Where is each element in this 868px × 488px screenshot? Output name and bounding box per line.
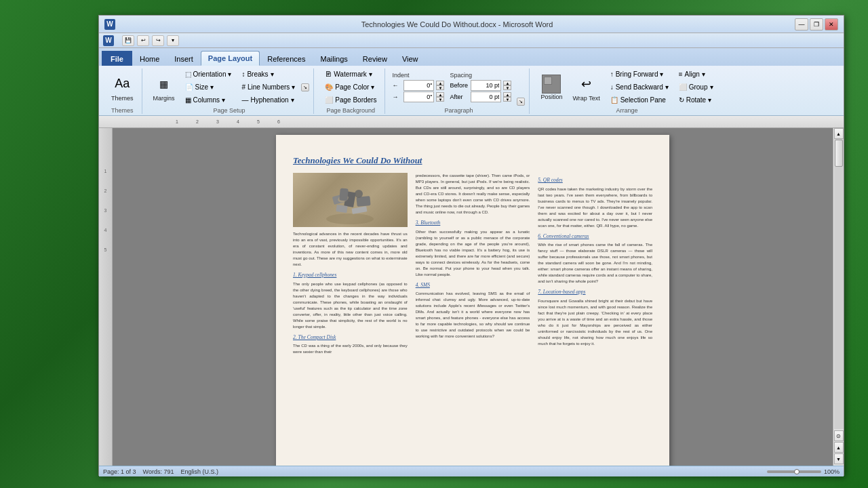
spacing-after-label: After	[450, 94, 469, 100]
column-left: Technological advances in the recent dec…	[293, 173, 408, 466]
zoom-slider[interactable]	[767, 470, 821, 473]
prev-page-button[interactable]: ▲	[834, 442, 844, 453]
col2-section4-text: Communication has evolved, leaving SMS a…	[416, 291, 530, 340]
zoom-thumb[interactable]	[794, 469, 800, 474]
page-borders-label: Page Borders	[335, 96, 376, 104]
tab-review[interactable]: Review	[355, 51, 395, 66]
position-button[interactable]: Position	[536, 72, 566, 103]
group-arrow: ▾	[710, 83, 713, 91]
columns-icon: ▦	[185, 96, 191, 104]
margins-button[interactable]: ▦ Margins	[149, 70, 179, 104]
page-background-group: 🖹 Watermark ▾ 🎨 Page Color ▾ ⬜ Page Bord…	[317, 68, 385, 114]
indent-left-down[interactable]: ▼	[436, 85, 444, 90]
tab-file[interactable]: File	[102, 51, 132, 66]
vertical-scrollbar[interactable]: ▲ ⊙ ▲ ▼	[833, 128, 844, 466]
hyphenation-button[interactable]: — Hyphenation ▾	[237, 94, 299, 106]
save-button[interactable]: 💾	[122, 35, 134, 46]
page-color-icon: 🎨	[325, 83, 333, 91]
size-button[interactable]: 📄 Size ▾	[181, 81, 236, 93]
indent-label: Indent	[392, 72, 444, 79]
line-numbers-label: Line Numbers	[248, 83, 290, 91]
rotate-button[interactable]: ↻ Rotate ▾	[675, 94, 717, 106]
col3-section5-text: QR codes have taken the marketing indust…	[538, 186, 652, 229]
watermark-button[interactable]: 🖹 Watermark ▾	[321, 68, 380, 80]
document-scroll-area[interactable]: Technologies We Could Do Without	[113, 128, 833, 466]
indent-right-down[interactable]: ▼	[436, 97, 444, 102]
page-setup-group: ▦ Margins ⬚ Orientation ▾ 📄 Size ▾	[145, 68, 315, 114]
line-numbers-icon: #	[241, 83, 245, 91]
orientation-button[interactable]: ⬚ Orientation ▾	[181, 68, 236, 80]
indent-left-up[interactable]: ▲	[436, 81, 444, 85]
scroll-up-button[interactable]: ▲	[834, 128, 844, 139]
page-color-button[interactable]: 🎨 Page Color ▾	[321, 81, 380, 93]
tab-home[interactable]: Home	[132, 51, 167, 66]
spacing-before-down[interactable]: ▼	[503, 85, 511, 90]
svg-rect-5	[352, 206, 368, 214]
spacing-after-up[interactable]: ▲	[503, 92, 511, 97]
indent-left-input[interactable]	[403, 80, 434, 91]
word-window: W Technologies We Could Do Without.docx …	[98, 15, 844, 476]
orientation-icon: ⬚	[185, 70, 191, 78]
redo-button[interactable]: ↪	[152, 35, 164, 46]
themes-group-label: Themes	[111, 106, 134, 114]
bring-forward-icon: ↑	[610, 70, 614, 78]
page-color-arrow: ▾	[371, 83, 374, 91]
col1-section2-text: The CD was a thing of the early 2000s, a…	[293, 343, 408, 355]
close-button[interactable]: ✕	[825, 18, 838, 30]
indent-right-input[interactable]	[403, 92, 434, 102]
wrap-text-button[interactable]: ↩ Wrap Text	[568, 70, 604, 104]
ribbon-content: Aa Themes Themes ▦ Margins ⬚ Orientation…	[99, 66, 844, 116]
orientation-arrow: ▾	[228, 70, 231, 78]
svg-point-8	[355, 190, 363, 198]
tab-view[interactable]: View	[395, 51, 426, 66]
tab-mailings[interactable]: Mailings	[313, 51, 355, 66]
minimize-button[interactable]: —	[795, 18, 808, 30]
undo-button[interactable]: ↩	[137, 35, 149, 46]
page-columns: Technological advances in the recent dec…	[293, 173, 652, 466]
page-setup-items: ▦ Margins ⬚ Orientation ▾ 📄 Size ▾	[149, 68, 310, 106]
paragraph-expand[interactable]: ↘	[517, 98, 525, 106]
align-button[interactable]: ≡ Align ▾	[675, 68, 717, 80]
watermark-arrow: ▾	[369, 70, 372, 78]
page-setup-expand[interactable]: ↘	[301, 83, 309, 92]
size-arrow: ▾	[210, 83, 214, 91]
breaks-label: Breaks	[247, 70, 268, 78]
tab-page-layout[interactable]: Page Layout	[201, 51, 260, 66]
breaks-button[interactable]: ↕ Breaks ▾	[237, 68, 299, 80]
col2-section3-text: Other than successfully making you appea…	[416, 229, 530, 278]
indent-right-up[interactable]: ▲	[436, 92, 444, 97]
hyphenation-icon: —	[241, 96, 248, 104]
group-button[interactable]: ⬜ Group ▾	[675, 81, 717, 93]
col1-section2-heading: 2. The Compact Disk	[293, 334, 408, 342]
themes-icon: Aa	[111, 73, 133, 95]
column-right: 5. QR codes QR codes have taken the mark…	[538, 173, 652, 466]
spacing-before-label: Before	[450, 82, 469, 89]
selection-pane-button[interactable]: 📋 Selection Pane	[606, 94, 673, 106]
restore-button[interactable]: ❐	[810, 18, 823, 30]
spacing-after-input[interactable]	[471, 92, 501, 102]
bring-forward-button[interactable]: ↑ Bring Forward ▾	[606, 68, 673, 80]
scroll-thumb[interactable]	[835, 140, 843, 167]
hyphenation-label: Hyphenation	[250, 96, 288, 104]
spacing-before-up[interactable]: ▲	[503, 81, 511, 85]
article-image	[293, 173, 408, 227]
line-numbers-button[interactable]: # Line Numbers ▾	[237, 81, 299, 93]
col3-section7-text: Foursquare and Gowalla shined bright at …	[538, 298, 652, 347]
spacing-after-down[interactable]: ▼	[503, 97, 511, 102]
customize-qat-button[interactable]: ▾	[167, 35, 179, 46]
columns-button[interactable]: ▦ Columns ▾	[181, 94, 236, 106]
send-backward-button[interactable]: ↓ Send Backward ▾	[606, 81, 673, 93]
themes-button[interactable]: Aa Themes	[107, 70, 138, 104]
align-icon: ≡	[679, 70, 683, 78]
svg-point-0	[326, 214, 374, 224]
selection-pane-icon: 📋	[610, 96, 618, 104]
page-borders-button[interactable]: ⬜ Page Borders	[321, 94, 380, 106]
col3-section7-heading: 7. Location-based apps	[538, 289, 652, 296]
browse-object[interactable]: ⊙	[834, 430, 844, 441]
next-page-button[interactable]: ▼	[834, 453, 844, 464]
tab-insert[interactable]: Insert	[167, 51, 201, 66]
col1-intro: Technological advances in the recent dec…	[293, 231, 408, 268]
spacing-before-spinner: ▲ ▼	[503, 81, 511, 90]
tab-references[interactable]: References	[260, 51, 313, 66]
spacing-before-input[interactable]	[471, 80, 501, 91]
